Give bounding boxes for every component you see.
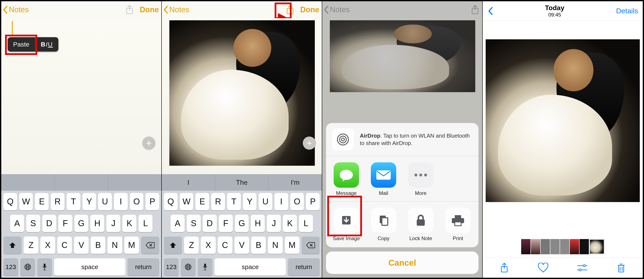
key-m[interactable]: M xyxy=(124,236,139,254)
prediction-3[interactable] xyxy=(108,174,161,191)
back-to-notes[interactable]: Notes xyxy=(2,5,29,14)
back-to-notes[interactable]: Notes xyxy=(163,5,189,14)
key-r[interactable]: R xyxy=(211,193,225,210)
key-s[interactable]: S xyxy=(187,215,201,232)
key-globe[interactable] xyxy=(20,258,35,276)
share-button[interactable] xyxy=(125,5,134,14)
key-numbers[interactable]: 123 xyxy=(4,258,18,276)
key-q[interactable]: Q xyxy=(4,193,17,210)
key-e[interactable]: E xyxy=(195,193,209,210)
key-v[interactable]: V xyxy=(234,236,249,254)
key-f[interactable]: F xyxy=(58,215,72,232)
key-d[interactable]: D xyxy=(42,215,56,232)
key-k[interactable]: K xyxy=(283,215,297,232)
airdrop-row[interactable]: AirDrop. Tap to turn on WLAN and Bluetoo… xyxy=(326,123,478,156)
key-z[interactable]: Z xyxy=(184,236,199,254)
key-c[interactable]: C xyxy=(218,236,232,254)
key-o[interactable]: O xyxy=(130,193,144,210)
key-r[interactable]: R xyxy=(51,193,64,210)
key-b[interactable]: B xyxy=(251,236,266,254)
favorite-button[interactable] xyxy=(537,262,549,274)
key-a[interactable]: A xyxy=(10,215,24,232)
key-p[interactable]: P xyxy=(306,193,320,210)
key-m[interactable]: M xyxy=(285,236,300,254)
thumbnail[interactable] xyxy=(540,239,550,254)
key-v[interactable]: V xyxy=(74,236,88,254)
key-c[interactable]: C xyxy=(57,236,72,254)
thumbnail[interactable] xyxy=(570,239,579,254)
prediction-2[interactable] xyxy=(55,174,108,191)
key-w[interactable]: W xyxy=(180,193,194,210)
photo-viewer[interactable] xyxy=(486,39,640,202)
thumbnail[interactable] xyxy=(531,239,540,254)
photos-share-button[interactable] xyxy=(498,262,510,274)
key-h[interactable]: H xyxy=(90,215,104,232)
action-save-image[interactable]: Save Image xyxy=(332,208,361,242)
key-i[interactable]: I xyxy=(114,193,128,210)
key-k[interactable]: K xyxy=(122,215,136,232)
thumbnail-selected[interactable] xyxy=(589,239,604,254)
action-print[interactable]: Print xyxy=(444,208,472,242)
key-n[interactable]: N xyxy=(268,236,282,254)
key-y[interactable]: Y xyxy=(82,193,96,210)
done-button[interactable]: Done xyxy=(300,5,319,14)
key-g[interactable]: G xyxy=(235,215,249,232)
key-w[interactable]: W xyxy=(19,193,33,210)
key-delete[interactable] xyxy=(302,236,320,254)
key-globe[interactable] xyxy=(181,258,196,276)
prediction-3[interactable]: I'm xyxy=(268,174,322,191)
key-x[interactable]: X xyxy=(40,236,55,254)
key-q[interactable]: Q xyxy=(164,193,178,210)
key-u[interactable]: U xyxy=(258,193,272,210)
key-n[interactable]: N xyxy=(108,236,122,254)
key-z[interactable]: Z xyxy=(24,236,38,254)
add-attachment-button[interactable]: + xyxy=(142,136,156,150)
done-button[interactable]: Done xyxy=(140,5,159,14)
key-t[interactable]: T xyxy=(227,193,241,210)
key-l[interactable]: L xyxy=(299,215,313,232)
key-j[interactable]: J xyxy=(267,215,281,232)
thumbnail[interactable] xyxy=(580,239,589,254)
key-a[interactable]: A xyxy=(170,215,184,232)
key-x[interactable]: X xyxy=(201,236,216,254)
key-delete[interactable] xyxy=(141,236,159,254)
key-dictation[interactable] xyxy=(198,258,212,276)
key-y[interactable]: Y xyxy=(243,193,257,210)
key-b[interactable]: B xyxy=(91,236,105,254)
edit-button[interactable] xyxy=(576,262,588,274)
key-h[interactable]: H xyxy=(251,215,265,232)
delete-button[interactable] xyxy=(615,262,627,274)
key-numbers[interactable]: 123 xyxy=(164,258,179,276)
note-body[interactable] xyxy=(162,18,322,174)
key-g[interactable]: G xyxy=(74,215,88,232)
key-d[interactable]: D xyxy=(203,215,217,232)
photos-back-button[interactable] xyxy=(487,6,493,16)
key-shift[interactable] xyxy=(4,236,22,254)
prediction-2[interactable]: The xyxy=(215,174,269,191)
key-f[interactable]: F xyxy=(219,215,233,232)
cancel-button[interactable]: Cancel xyxy=(326,252,478,274)
key-t[interactable]: T xyxy=(66,193,80,210)
action-lock-note[interactable]: Lock Note xyxy=(406,208,435,242)
key-dictation[interactable] xyxy=(37,258,52,276)
key-shift[interactable] xyxy=(164,236,182,254)
key-j[interactable]: J xyxy=(106,215,120,232)
biu-menu-item[interactable]: B I U xyxy=(35,37,58,52)
share-button[interactable] xyxy=(286,5,295,14)
key-e[interactable]: E xyxy=(35,193,49,210)
embedded-photo[interactable] xyxy=(169,20,315,166)
thumbnail[interactable] xyxy=(550,239,560,254)
thumbnail[interactable] xyxy=(521,239,530,254)
key-u[interactable]: U xyxy=(98,193,112,210)
key-l[interactable]: L xyxy=(138,215,152,232)
details-button[interactable]: Details xyxy=(616,7,638,15)
prediction-1[interactable] xyxy=(1,174,55,191)
key-space[interactable]: space xyxy=(54,258,125,276)
action-message[interactable]: Message xyxy=(332,162,361,196)
thumbnail[interactable] xyxy=(560,239,569,254)
add-attachment-button[interactable]: + xyxy=(303,136,316,150)
key-space[interactable]: space xyxy=(214,258,286,276)
key-i[interactable]: I xyxy=(274,193,288,210)
key-s[interactable]: S xyxy=(26,215,40,232)
key-p[interactable]: P xyxy=(146,193,159,210)
